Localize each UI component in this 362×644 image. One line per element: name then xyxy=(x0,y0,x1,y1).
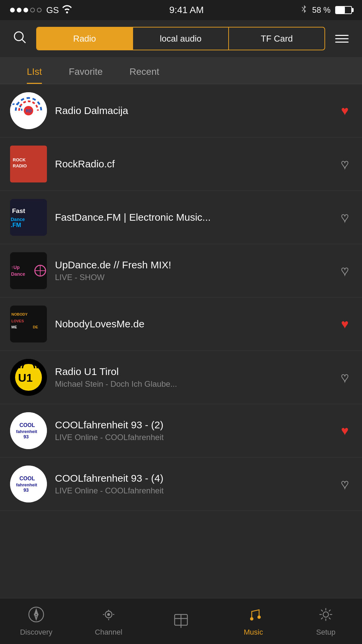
tab-local-audio[interactable]: local audio xyxy=(133,28,229,50)
station-logo-rockradio: ROCK RADIO xyxy=(10,146,47,182)
favorite-button[interactable]: ♥ xyxy=(338,420,352,441)
nav-item-home[interactable] xyxy=(145,598,217,644)
subtab-recent[interactable]: Recent xyxy=(116,57,173,84)
list-item[interactable]: ↑Up Dance UpDance.de // Fresh MIX! LIVE … xyxy=(0,244,362,298)
station-info: COOLfahrenheit 93 - (2) LIVE Online - CO… xyxy=(55,419,329,442)
channel-icon xyxy=(100,606,117,625)
favorite-button[interactable]: ♥ xyxy=(338,100,352,121)
svg-text:ME: ME xyxy=(11,325,17,329)
menu-button[interactable] xyxy=(332,33,352,44)
station-name: RockRadio.cf xyxy=(55,158,329,170)
svg-text:Dance: Dance xyxy=(11,217,25,222)
favorite-button[interactable]: ♥ xyxy=(338,367,352,388)
tab-radio[interactable]: Radio xyxy=(37,28,133,50)
favorite-button[interactable]: ♥ xyxy=(338,207,352,228)
station-subtitle: LIVE Online - COOLfahrenheit xyxy=(55,486,329,495)
station-logo-u1tirol: U1 xyxy=(10,359,47,396)
sub-tabs: LIst Favorite Recent xyxy=(0,57,362,84)
list-item[interactable]: COOL fahrenheit 93 COOLfahrenheit 93 - (… xyxy=(0,458,362,511)
nav-item-setup[interactable]: Setup xyxy=(290,598,362,644)
station-info: Radio U1 Tirol Michael Stein - Doch Ich … xyxy=(55,366,329,389)
station-info: COOLfahrenheit 93 - (4) LIVE Online - CO… xyxy=(55,473,329,495)
list-item[interactable]: NOBODY LOVES ME DE NobodyLovesMe.de ♥ xyxy=(0,298,362,351)
source-tab-group: Radio local audio TF Card xyxy=(36,27,325,50)
svg-point-38 xyxy=(108,613,110,615)
station-name: FastDance.FM | Electronic Music... xyxy=(55,212,329,223)
station-name: NobodyLovesMe.de xyxy=(55,318,329,330)
svg-text:RD: RD xyxy=(26,109,32,113)
svg-text:NOBODY: NOBODY xyxy=(11,312,28,316)
signal-dot-4 xyxy=(30,8,35,12)
tab-tf-card[interactable]: TF Card xyxy=(229,28,324,50)
svg-text:U1: U1 xyxy=(18,371,33,384)
favorite-button[interactable]: ♥ xyxy=(338,314,352,335)
svg-text:DE: DE xyxy=(33,325,38,329)
list-item[interactable]: COOL fahrenheit 93 COOLfahrenheit 93 - (… xyxy=(0,404,362,458)
battery-percent: 58 % xyxy=(312,5,330,15)
nav-label-music: Music xyxy=(244,628,263,637)
nav-label-setup: Setup xyxy=(316,628,336,637)
station-info: UpDance.de // Fresh MIX! LIVE - SHOW xyxy=(55,259,329,282)
station-logo-nobodyloves: NOBODY LOVES ME DE xyxy=(10,306,47,342)
status-bar: GS 9:41 AM 58 % xyxy=(0,0,362,20)
station-logo-fastdance: Fast Dance .FM xyxy=(10,199,47,236)
station-name: COOLfahrenheit 93 - (2) xyxy=(55,419,329,431)
station-subtitle: LIVE Online - COOLfahrenheit xyxy=(55,433,329,442)
station-logo-updance: ↑Up Dance xyxy=(10,252,47,289)
signal-dot-5 xyxy=(37,8,42,12)
svg-line-1 xyxy=(22,40,25,43)
favorite-button[interactable]: ♥ xyxy=(338,474,352,495)
svg-text:fahrenheit: fahrenheit xyxy=(16,429,38,434)
svg-text:COOL: COOL xyxy=(19,476,35,481)
menu-line-1 xyxy=(335,35,349,36)
bluetooth-icon xyxy=(301,4,307,16)
svg-rect-18 xyxy=(10,306,47,342)
signal-dots xyxy=(10,8,42,12)
compass-icon xyxy=(28,606,45,625)
svg-text:COOL: COOL xyxy=(19,422,35,428)
favorite-button[interactable]: ♥ xyxy=(338,260,352,281)
wifi-icon xyxy=(62,5,72,16)
svg-text:ROCK: ROCK xyxy=(13,157,26,162)
svg-text:93: 93 xyxy=(23,434,29,439)
list-item[interactable]: Fast Dance .FM FastDance.FM | Electronic… xyxy=(0,191,362,244)
svg-text:Fast: Fast xyxy=(12,207,25,214)
station-logo-dalmacija: RD xyxy=(10,92,47,129)
station-info: RockRadio.cf xyxy=(55,158,329,170)
svg-text:.FM: .FM xyxy=(11,222,21,228)
status-right: 58 % xyxy=(301,4,352,16)
menu-line-3 xyxy=(335,42,349,43)
svg-text:RADIO: RADIO xyxy=(13,163,27,168)
list-item[interactable]: RD Radio Dalmacija ♥ xyxy=(0,84,362,138)
station-info: Radio Dalmacija xyxy=(55,105,329,116)
battery-icon xyxy=(335,6,352,14)
signal-dot-3 xyxy=(23,8,28,12)
station-subtitle: Michael Stein - Doch Ich Glaube... xyxy=(55,379,329,389)
svg-marker-36 xyxy=(35,614,38,620)
svg-point-42 xyxy=(323,612,328,617)
subtab-favorite[interactable]: Favorite xyxy=(55,57,116,84)
svg-text:fahrenheit: fahrenheit xyxy=(16,482,38,487)
station-logo-cool2: COOL fahrenheit 93 xyxy=(10,466,47,502)
list-item[interactable]: ROCK RADIO RockRadio.cf ♥ xyxy=(0,138,362,191)
svg-point-41 xyxy=(257,615,261,619)
music-icon xyxy=(245,606,262,625)
favorite-button[interactable]: ♥ xyxy=(338,154,352,175)
menu-line-2 xyxy=(335,38,349,39)
station-info: NobodyLovesMe.de xyxy=(55,318,329,330)
status-time: 9:41 AM xyxy=(169,5,204,15)
station-name: UpDance.de // Fresh MIX! xyxy=(55,259,329,271)
station-logo-cool1: COOL fahrenheit 93 xyxy=(10,412,47,449)
subtab-list[interactable]: LIst xyxy=(13,57,55,84)
box-icon xyxy=(172,610,190,630)
carrier-label: GS xyxy=(46,5,59,15)
search-button[interactable] xyxy=(10,31,29,47)
radio-list: RD Radio Dalmacija ♥ ROCK RADIO RockRadi… xyxy=(0,84,362,511)
nav-label-discovery: Discovery xyxy=(20,628,53,637)
nav-label-channel: Channel xyxy=(95,628,122,637)
nav-item-music[interactable]: Music xyxy=(217,598,290,644)
nav-item-channel[interactable]: Channel xyxy=(72,598,145,644)
header: Radio local audio TF Card xyxy=(0,20,362,57)
list-item[interactable]: U1 Radio U1 Tirol Michael Stein - Doch I… xyxy=(0,351,362,404)
nav-item-discovery[interactable]: Discovery xyxy=(0,598,72,644)
